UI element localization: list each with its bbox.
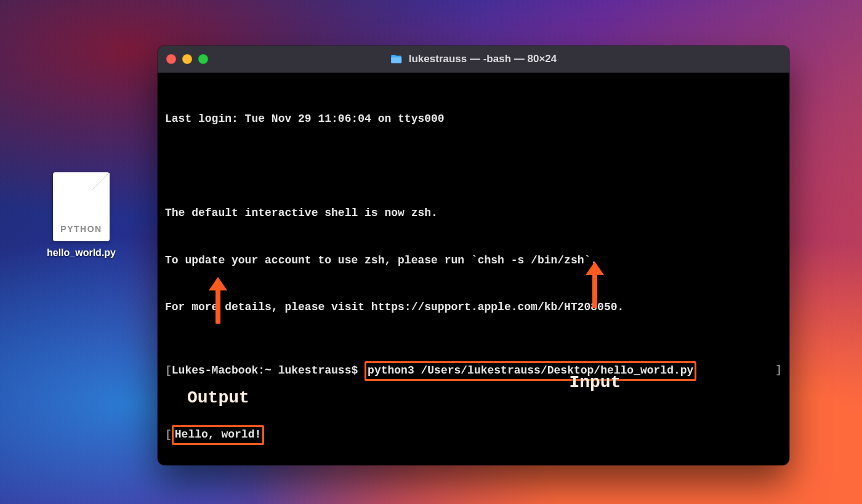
- terminal-window: lukestrauss — -bash — 80×24 Last login: …: [158, 46, 789, 465]
- command-highlight: python3 /Users/lukestrauss/Desktop/hello…: [365, 361, 696, 381]
- bracket-open-2: [: [165, 428, 172, 441]
- terminal-line-zsh1: The default interactive shell is now zsh…: [165, 206, 782, 222]
- terminal-line-blank: [165, 159, 782, 175]
- window-title: lukestrauss — -bash — 80×24: [390, 53, 557, 65]
- annotation-input-label: Input: [564, 375, 626, 391]
- annotation-output-label: Output: [187, 390, 249, 406]
- zoom-button[interactable]: [198, 54, 208, 64]
- svg-marker-1: [586, 262, 604, 275]
- file-type-label: PYTHON: [53, 224, 110, 234]
- bracket-close: ]: [775, 362, 782, 378]
- terminal-line-zsh3: For more details, please visit https://s…: [165, 300, 782, 316]
- minimize-button[interactable]: [182, 54, 192, 64]
- close-button[interactable]: [166, 54, 176, 64]
- window-controls: [166, 54, 208, 64]
- arrow-up-icon: [584, 230, 605, 340]
- command-text: python3 /Users/lukestrauss/Desktop/hello…: [368, 364, 693, 377]
- annotation-input: Input: [564, 199, 626, 422]
- file-icon: PYTHON: [53, 172, 110, 241]
- desktop-file-hello-world[interactable]: PYTHON hello_world.py: [44, 172, 118, 258]
- bracket-open: [: [165, 364, 172, 377]
- terminal-line-command: [Lukes-Macbook:~ lukestrauss$ python3 /U…: [165, 362, 782, 380]
- window-titlebar[interactable]: lukestrauss — -bash — 80×24: [158, 46, 789, 73]
- terminal-line-last-login: Last login: Tue Nov 29 11:06:04 on ttys0…: [165, 111, 782, 127]
- terminal-line-output: [Hello, world!: [165, 426, 782, 444]
- svg-marker-3: [209, 277, 227, 290]
- arrow-up-icon: [207, 246, 228, 355]
- annotation-output: Output: [187, 214, 249, 438]
- folder-icon: [390, 54, 403, 64]
- terminal-body[interactable]: Last login: Tue Nov 29 11:06:04 on ttys0…: [158, 73, 789, 465]
- window-title-text: lukestrauss — -bash — 80×24: [409, 53, 557, 65]
- file-name-label: hello_world.py: [44, 247, 118, 258]
